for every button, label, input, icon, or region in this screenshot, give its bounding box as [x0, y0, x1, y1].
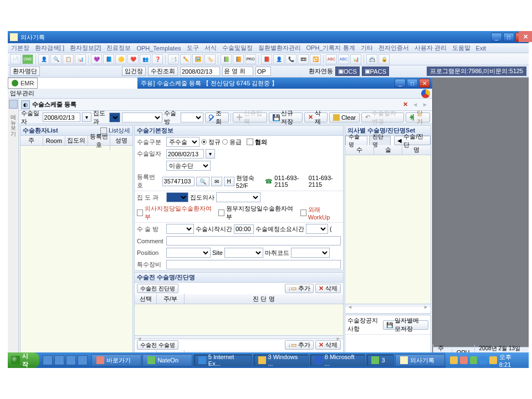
- dialog-minimize-button[interactable]: _: [395, 79, 406, 88]
- consult-checkbox[interactable]: [247, 139, 253, 145]
- menu-item[interactable]: 도구: [187, 44, 199, 52]
- toolbar-button[interactable]: 📘: [103, 54, 114, 64]
- toolbar-button[interactable]: 📑: [168, 54, 179, 64]
- toolbar-button[interactable]: 🖼️: [192, 54, 203, 64]
- tray-icon[interactable]: [460, 356, 468, 364]
- site-combo[interactable]: [224, 248, 263, 258]
- clear-button[interactable]: Clear: [329, 112, 360, 122]
- reg-search-button[interactable]: 🔍: [196, 177, 209, 186]
- surgery-date-input[interactable]: [43, 112, 80, 122]
- toolbar-button[interactable]: PRO: [245, 54, 256, 64]
- dialog-maximize-button[interactable]: □: [407, 79, 418, 88]
- date-dropdown-button[interactable]: ▾: [82, 112, 91, 122]
- menu-item[interactable]: 기타: [361, 44, 373, 52]
- menu-item[interactable]: 환자정보[2]: [70, 44, 101, 52]
- regular-radio[interactable]: [201, 139, 207, 145]
- set-grid-body[interactable]: [345, 155, 431, 304]
- start-time-input[interactable]: [234, 224, 254, 234]
- system-tray[interactable]: 오후 8:21: [446, 352, 529, 368]
- menu-item[interactable]: 진료정보: [106, 44, 131, 52]
- toolbar-button[interactable]: ABC: [326, 54, 337, 64]
- toolbar-button[interactable]: 📊: [75, 54, 86, 64]
- pacs-button[interactable]: ▣ PACS: [362, 66, 389, 76]
- toolbar-button[interactable]: 🔒: [378, 54, 390, 64]
- room-combo[interactable]: [181, 112, 203, 122]
- op-delete-button[interactable]: ✕ 삭제: [315, 340, 341, 350]
- dept-input[interactable]: [255, 66, 271, 76]
- quick-launch-button[interactable]: [66, 355, 76, 365]
- menu-item[interactable]: OPH_Templates: [136, 45, 181, 52]
- start-button[interactable]: 시작: [8, 352, 39, 368]
- comment-input[interactable]: [166, 236, 341, 245]
- workup-checkbox[interactable]: [300, 209, 306, 216]
- search-button[interactable]: 조회: [205, 112, 229, 122]
- taskbar-item[interactable]: 3: [366, 354, 394, 366]
- reg-number-input[interactable]: [162, 177, 195, 186]
- position-combo[interactable]: [166, 248, 211, 258]
- menu-item[interactable]: 기본장: [11, 44, 29, 52]
- admin-sameday-checkbox[interactable]: [218, 209, 224, 216]
- date-picker-button[interactable]: ▾: [206, 149, 215, 158]
- equip-input[interactable]: [166, 260, 341, 269]
- taskbar-item[interactable]: 8 Microsoft ...: [310, 354, 365, 366]
- dialog-close-button[interactable]: ✕: [419, 79, 430, 88]
- toolbar-button[interactable]: 📄: [10, 54, 21, 64]
- quick-launch-button[interactable]: [43, 355, 53, 365]
- toolbar-button[interactable]: 📙: [233, 54, 244, 64]
- doctor-sameday-checkbox[interactable]: [137, 209, 143, 216]
- tab-surgery-name[interactable]: 수술명: [345, 136, 367, 145]
- preop-diag-button[interactable]: 수술전 진단명: [137, 284, 178, 293]
- mail-button[interactable]: ✉: [211, 177, 222, 186]
- preop-op-button[interactable]: 수술전 수술명: [137, 340, 178, 350]
- op-add-button[interactable]: ↓▭ 추가: [285, 340, 314, 350]
- toolbar-button[interactable]: ❓: [152, 54, 163, 64]
- anes-combo[interactable]: [291, 248, 330, 258]
- toolbar-button[interactable]: 📇: [366, 54, 377, 64]
- taskbar-item[interactable]: 바로가기: [91, 354, 141, 366]
- quick-launch-button[interactable]: [78, 355, 88, 365]
- toolbar-button[interactable]: 🟡: [115, 54, 126, 64]
- toolbar-button[interactable]: 📗: [221, 54, 232, 64]
- taskbar-item[interactable]: 3 Windows ...: [253, 354, 309, 366]
- tray-icon[interactable]: [450, 356, 458, 364]
- tab-close-button[interactable]: ✕: [401, 101, 410, 108]
- toolbar-button[interactable]: ❤️: [127, 54, 139, 64]
- menu-item[interactable]: 도움말: [452, 44, 470, 52]
- surgery-date-field[interactable]: [166, 149, 204, 158]
- tab-next-button[interactable]: ►: [420, 101, 430, 108]
- tab-diagnosis-name[interactable]: 진단명: [369, 136, 391, 145]
- side-menu-toggle[interactable]: [9, 100, 18, 109]
- gubun-combo[interactable]: 주수술: [166, 137, 200, 147]
- toolbar-button[interactable]: 🔍: [50, 54, 62, 64]
- surgery-diag-button[interactable]: ◀ 수술/진단: [394, 136, 431, 145]
- quick-launch-button[interactable]: [54, 355, 64, 365]
- diag-delete-button[interactable]: ✕ 삭제: [315, 284, 341, 293]
- room-field-combo[interactable]: [166, 224, 194, 234]
- toolbar-button[interactable]: 📞: [285, 54, 296, 64]
- toolbar-button[interactable]: 📊: [350, 54, 361, 64]
- menu-item[interactable]: 전자인증서: [378, 44, 409, 52]
- new-button[interactable]: 신규입력: [233, 112, 267, 122]
- ocs-button[interactable]: ▣ OCS: [335, 66, 360, 76]
- menu-item[interactable]: 사용자 관리: [415, 44, 447, 52]
- taskbar-item[interactable]: 5 Internet Ex...: [193, 354, 252, 366]
- secondary-close-button[interactable]: ✕: [519, 31, 532, 42]
- toolbar-button[interactable]: 👥: [140, 54, 151, 64]
- tab-back-button[interactable]: ◐: [21, 100, 30, 109]
- toolbar-button[interactable]: ONE: [22, 54, 33, 64]
- menu-item[interactable]: 수술및일정: [222, 44, 253, 52]
- undo-button[interactable]: ↶수술일자변경: [361, 112, 404, 122]
- emergency-radio[interactable]: [222, 139, 228, 145]
- toolbar-button[interactable]: 📕: [261, 54, 272, 64]
- save-button[interactable]: 💾신규저장: [269, 112, 303, 122]
- dept-name-combo[interactable]: [122, 112, 162, 122]
- diag-grid-body[interactable]: [135, 304, 343, 335]
- toolbar-button[interactable]: 👤: [273, 54, 284, 64]
- duration-combo[interactable]: [306, 224, 328, 234]
- taskbar-item[interactable]: 의사기록: [395, 354, 445, 366]
- toolbar-button[interactable]: 🏷️: [204, 54, 216, 64]
- doctor-combo[interactable]: [216, 192, 260, 202]
- toolbar-button[interactable]: ABC: [338, 54, 349, 64]
- list-body[interactable]: [21, 146, 132, 355]
- patient-name-input[interactable]: [222, 66, 253, 76]
